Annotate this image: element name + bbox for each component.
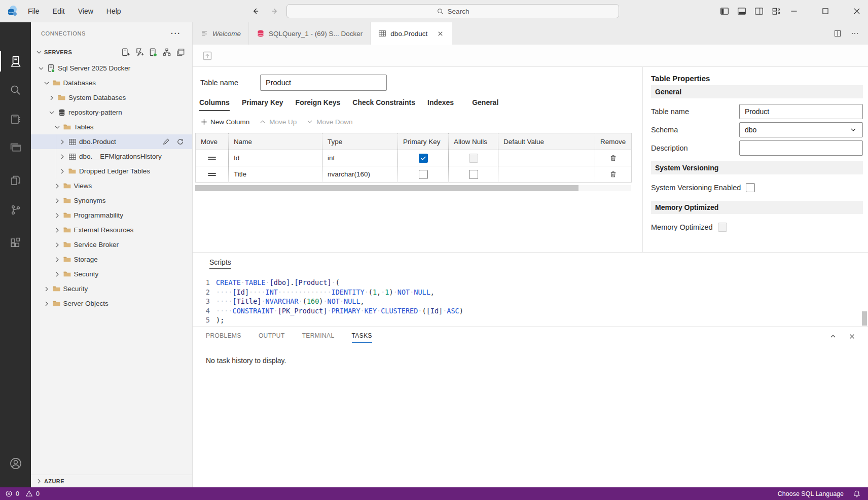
activity-account-icon[interactable]	[0, 450, 31, 477]
table-name-input[interactable]	[260, 75, 387, 91]
tree-item-sql-server-2025-docker[interactable]: Sql Server 2025 Docker	[31, 61, 192, 76]
language-mode[interactable]: Choose SQL Language	[778, 490, 844, 497]
new-connection-icon[interactable]	[121, 48, 130, 57]
tab-dbo-product[interactable]: dbo.Product	[371, 22, 452, 45]
designer-tab-general[interactable]: General	[472, 98, 498, 111]
tree-item-server-objects[interactable]: Server Objects	[31, 296, 192, 311]
default-value-cell[interactable]	[498, 150, 595, 166]
allow-nulls-cell[interactable]	[449, 166, 498, 182]
customize-layout-icon[interactable]	[772, 7, 781, 16]
drag-handle-icon[interactable]	[208, 156, 216, 161]
activity-query-editors-icon[interactable]	[0, 134, 31, 161]
grid-horizontal-scrollbar[interactable]	[195, 185, 631, 191]
primary-key-checkbox[interactable]	[419, 170, 428, 179]
grid-row-title[interactable]: Titlenvarchar(160)	[196, 166, 631, 183]
new-server-group-icon[interactable]	[135, 48, 144, 57]
panel-tab-terminal[interactable]: TERMINAL	[302, 332, 335, 343]
tree-item-system-databases[interactable]: System Databases	[31, 90, 192, 105]
allow-nulls-cell[interactable]	[449, 150, 498, 166]
active-connections-icon[interactable]	[149, 48, 158, 57]
name-cell[interactable]: Title	[229, 166, 322, 182]
default-value-cell[interactable]	[498, 166, 595, 182]
description-input[interactable]	[739, 140, 863, 156]
tree-item-security[interactable]: Security	[31, 281, 192, 296]
designer-tab-columns[interactable]: Columns	[199, 98, 230, 111]
more-actions-icon[interactable]	[851, 29, 859, 38]
forward-arrow-icon[interactable]	[271, 7, 280, 16]
grid-row-id[interactable]: Idint	[196, 150, 631, 166]
menu-help[interactable]: Help	[100, 0, 128, 22]
activity-query-history-icon[interactable]	[0, 167, 31, 194]
tab-welcome[interactable]: Welcome	[193, 22, 249, 45]
schema-dropdown[interactable]: dbo	[739, 122, 863, 137]
notifications-bell-icon[interactable]	[853, 490, 861, 498]
tree-item-service-broker[interactable]: Service Broker	[31, 237, 192, 252]
collapse-all-icon[interactable]	[176, 48, 185, 57]
tree-item-dropped-ledger-tables[interactable]: Dropped Ledger Tables	[31, 164, 192, 178]
designer-tab-check-constraints[interactable]: Check Constraints	[352, 98, 415, 111]
drag-handle-icon[interactable]	[208, 172, 216, 177]
menu-view[interactable]: View	[71, 0, 100, 22]
publish-changes-icon[interactable]	[202, 50, 213, 61]
more-actions-icon[interactable]: ···	[171, 29, 181, 38]
tree-item-tables[interactable]: Tables	[31, 120, 192, 134]
system-versioning-enabled-checkbox[interactable]	[746, 183, 755, 192]
tree-item-synonyms[interactable]: Synonyms	[31, 193, 192, 208]
trash-icon[interactable]	[609, 170, 617, 178]
maximize-button[interactable]	[821, 7, 830, 16]
new-column-button[interactable]: New Column	[200, 118, 249, 126]
script-scrollbar-thumb[interactable]	[862, 311, 867, 326]
primary-key-cell[interactable]	[398, 166, 449, 182]
tree-item-databases[interactable]: Databases	[31, 76, 192, 90]
toggle-sidebar-icon[interactable]	[720, 7, 729, 16]
table-name-input[interactable]: Product	[739, 104, 863, 119]
tree-item-programmability[interactable]: Programmability	[31, 208, 192, 223]
panel-tab-problems[interactable]: PROBLEMS	[206, 332, 241, 343]
tree-item-security[interactable]: Security	[31, 267, 192, 281]
remove-cell[interactable]	[595, 166, 631, 182]
tree-item-dbo-product[interactable]: dbo.Product	[31, 134, 192, 149]
close-panel-icon[interactable]	[848, 332, 856, 340]
type-cell[interactable]: int	[322, 150, 398, 166]
move-cell[interactable]	[196, 166, 229, 182]
refresh-icon[interactable]	[176, 138, 184, 146]
move-cell[interactable]	[196, 150, 229, 166]
allow-nulls-checkbox[interactable]	[469, 170, 478, 179]
toggle-panel-icon[interactable]	[737, 7, 746, 16]
tree-item-repository-pattern[interactable]: repository-pattern	[31, 105, 192, 120]
back-arrow-icon[interactable]	[250, 7, 260, 16]
activity-extensions-icon[interactable]	[0, 230, 31, 256]
activity-notebooks-icon[interactable]	[0, 106, 31, 133]
scrollbar-thumb[interactable]	[195, 185, 578, 191]
panel-tab-tasks[interactable]: TASKS	[352, 332, 372, 343]
connections-tree-icon[interactable]	[162, 48, 171, 57]
tree-item-storage[interactable]: Storage	[31, 252, 192, 267]
type-cell[interactable]: nvarchar(160)	[322, 166, 398, 182]
problems-status[interactable]: 0 0	[5, 490, 40, 497]
close-button[interactable]	[852, 7, 861, 16]
activity-connections-icon[interactable]	[0, 48, 31, 75]
designer-tab-primary-key[interactable]: Primary Key	[242, 98, 283, 111]
servers-section-header[interactable]: SERVERS	[31, 45, 192, 60]
primary-key-checkbox[interactable]	[419, 154, 428, 163]
azure-section-header[interactable]: AZURE	[31, 475, 192, 487]
activity-search-icon[interactable]	[0, 77, 31, 103]
maximize-panel-icon[interactable]	[829, 332, 837, 340]
trash-icon[interactable]	[609, 154, 617, 162]
menu-edit[interactable]: Edit	[46, 0, 71, 22]
remove-cell[interactable]	[595, 150, 631, 166]
designer-tab-foreign-keys[interactable]: Foreign Keys	[296, 98, 341, 111]
activity-source-control-icon[interactable]	[0, 197, 31, 223]
tree-item-views[interactable]: Views	[31, 178, 192, 193]
tree-item-external-resources[interactable]: External Resources	[31, 223, 192, 237]
menu-file[interactable]: File	[21, 0, 46, 22]
command-center-search[interactable]: Search	[286, 4, 619, 18]
scripts-tab[interactable]: Scripts	[209, 258, 231, 269]
split-editor-icon[interactable]	[834, 29, 842, 38]
tab-sqlquery-1-69-s-docker[interactable]: SQLQuery_1 - (69) S... Docker	[249, 22, 371, 45]
minimize-button[interactable]	[789, 7, 799, 16]
edit-icon[interactable]	[162, 138, 170, 146]
panel-tab-output[interactable]: OUTPUT	[259, 332, 285, 343]
tree-item-dbo-efmigrationshistory[interactable]: dbo.__EFMigrationsHistory	[31, 149, 192, 164]
primary-key-cell[interactable]	[398, 150, 449, 166]
